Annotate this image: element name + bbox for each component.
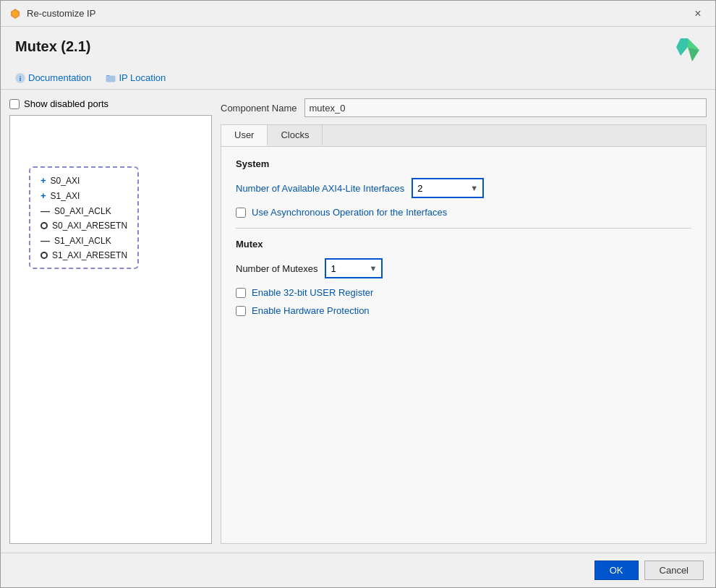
show-disabled-checkbox[interactable] [9,99,20,109]
tab-user[interactable]: User [221,125,268,146]
left-panel: Show disabled ports + S0_AXI + S1_AXI — [9,98,212,544]
port-label: S0_AXI_ACLK [54,206,111,216]
svg-rect-8 [106,76,115,82]
component-name-row: Component Name [221,98,707,117]
section-divider [236,228,691,229]
plus-icon: + [41,175,46,186]
app-title: Mutex (2.1) [15,38,701,55]
svg-text:i: i [20,75,22,82]
enable32bit-checkbox[interactable] [236,288,246,298]
enable-hw-prot-row: Enable Hardware Protection [236,305,691,316]
list-item: — S1_AXI_ACLK [41,235,127,246]
chevron-down-icon: ▼ [370,264,378,273]
port-label: S0_AXI [51,176,80,186]
num-mutexes-label: Number of Mutexes [236,263,317,274]
info-icon: i [15,73,25,83]
mutex-section-title: Mutex [236,239,691,250]
list-item: S0_AXI_ARESETN [41,221,127,231]
show-disabled-label: Show disabled ports [24,98,108,109]
component-name-label: Component Name [221,103,297,114]
close-button[interactable]: × [689,5,707,22]
system-section-title: System [236,158,691,169]
nav-bar: i Documentation IP Location [1,69,715,90]
vivado-logo [666,33,704,70]
axi-label: Number of Available AXI4-Lite Interfaces [236,183,404,194]
axi-count-dropdown[interactable]: 2 ▼ [412,178,484,198]
folder-icon [106,73,116,83]
tab-clocks[interactable]: Clocks [268,125,323,146]
num-mutexes-dropdown[interactable]: 1 ▼ [325,258,383,278]
async-checkbox-row: Use Asynchronous Operation for the Inter… [236,207,691,218]
list-item: + S1_AXI [41,190,127,201]
port-label: S1_AXI_ACLK [54,236,111,246]
async-label: Use Asynchronous Operation for the Inter… [252,207,447,218]
port-label: S1_AXI_ARESETN [52,250,127,260]
axi-count-value: 2 [417,183,422,194]
ip-location-link[interactable]: IP Location [106,72,166,83]
enable32bit-label: Enable 32-bit USER Register [252,287,373,298]
right-panel: Component Name User Clocks System Number… [221,98,707,544]
cancel-button[interactable]: Cancel [644,561,704,580]
plus-icon: + [41,190,46,201]
ports-container: + S0_AXI + S1_AXI — S0_AXI_ACLK S0_AXI_A… [9,115,212,544]
app-icon [9,8,21,20]
line-icon: — [41,235,50,246]
num-mutexes-value: 1 [331,263,336,274]
ok-button[interactable]: OK [594,561,639,580]
title-bar: Re-customize IP × [1,1,715,27]
port-label: S1_AXI [51,191,80,201]
main-content: Show disabled ports + S0_AXI + S1_AXI — [1,90,715,553]
enable-hw-prot-label: Enable Hardware Protection [252,305,370,316]
axi-interfaces-row: Number of Available AXI4-Lite Interfaces… [236,178,691,198]
num-mutexes-row: Number of Mutexes 1 ▼ [236,258,691,278]
port-label: S0_AXI_ARESETN [52,221,127,231]
list-item: — S0_AXI_ACLK [41,205,127,216]
footer: OK Cancel [1,553,715,587]
async-checkbox[interactable] [236,208,246,218]
title-bar-text: Re-customize IP [27,8,95,19]
circle-icon [41,252,48,259]
component-name-input[interactable] [304,98,707,117]
documentation-link[interactable]: i Documentation [15,72,91,83]
tab-container: User Clocks System Number of Available A… [221,124,707,544]
header-section: Mutex (2.1) [1,27,715,69]
tab-bar: User Clocks [221,125,706,147]
tab-content-user: System Number of Available AXI4-Lite Int… [221,147,706,543]
enable32bit-row: Enable 32-bit USER Register [236,287,691,298]
circle-icon [41,222,48,229]
list-item: S1_AXI_ARESETN [41,250,127,260]
main-dialog: Re-customize IP × Mutex (2.1) i Document… [0,0,716,588]
list-item: + S0_AXI [41,175,127,186]
chevron-down-icon: ▼ [470,184,478,192]
show-disabled-row: Show disabled ports [9,98,212,109]
svg-marker-5 [676,38,688,56]
port-block: + S0_AXI + S1_AXI — S0_AXI_ACLK S0_AXI_A… [29,166,139,269]
enable-hw-prot-checkbox[interactable] [236,306,246,316]
line-icon: — [41,205,50,216]
vivado-logo-area [666,33,704,72]
title-bar-left: Re-customize IP [9,8,95,20]
